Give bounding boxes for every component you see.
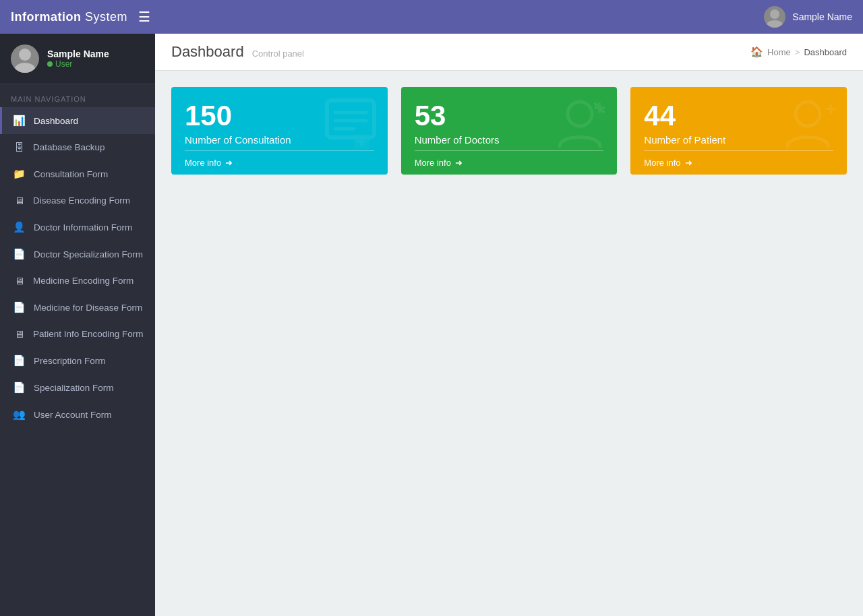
svg-point-0 xyxy=(770,9,779,19)
sidebar-item-prescription-form[interactable]: 📄 Prescription Form xyxy=(0,347,155,374)
sidebar-nav: 📊 Dashboard 🗄 Database Backup 📁 Consulta… xyxy=(0,107,155,428)
sidebar-item-icon-dashboard: 📊 xyxy=(13,115,26,127)
home-icon: 🏠 xyxy=(750,46,763,58)
card-icon-doctors xyxy=(549,94,610,157)
breadcrumb-separator: > xyxy=(795,47,800,57)
sidebar-item-medicine-for-disease-form[interactable]: 📄 Medicine for Disease Form xyxy=(0,294,155,321)
sidebar-avatar xyxy=(11,44,39,73)
navbar-avatar xyxy=(764,6,785,28)
role-status-dot xyxy=(47,61,53,67)
page-subtitle: Control panel xyxy=(252,49,304,59)
page-title: Dashboard xyxy=(171,43,244,61)
sidebar-item-icon-database-backup: 🗄 xyxy=(13,142,25,153)
more-info-text-doctors: More info xyxy=(415,158,451,168)
navbar-username: Sample Name xyxy=(792,11,852,22)
svg-point-11 xyxy=(568,102,592,126)
arrow-icon-doctors: ➜ xyxy=(455,158,463,168)
svg-point-2 xyxy=(19,49,31,61)
svg-point-15 xyxy=(796,102,820,126)
breadcrumb-current: Dashboard xyxy=(804,47,847,57)
app-brand: Information System xyxy=(11,10,127,24)
sidebar-item-label-consultation-form: Consultation Form xyxy=(34,169,108,179)
sidebar-item-label-doctor-information-form: Doctor Information Form xyxy=(34,222,132,233)
navbar-left: Information System ☰ xyxy=(11,9,150,25)
stat-card-doctors: 53 Number of Doctors More info ➜ xyxy=(401,87,618,175)
sidebar-user-info: Sample Name User xyxy=(47,49,109,69)
card-icon-patients: + xyxy=(779,94,840,157)
arrow-icon-consultations: ➜ xyxy=(225,158,233,168)
sidebar-item-patient-info-encoding-form[interactable]: 🖥 Patient Info Encoding Form xyxy=(0,321,155,347)
sidebar-section-label: MAIN NAVIGATION xyxy=(0,84,155,107)
sidebar-item-icon-doctor-specialization-form: 📄 xyxy=(13,248,26,260)
sidebar-item-icon-doctor-information-form: 👤 xyxy=(13,221,26,233)
hamburger-icon[interactable]: ☰ xyxy=(138,9,150,25)
content-header: Dashboard Control panel 🏠 Home > Dashboa… xyxy=(155,34,863,71)
stat-card-consultations: 150 Number of Consultation More info ➜ xyxy=(171,87,388,175)
sidebar-item-icon-specialization-form: 📄 xyxy=(13,381,26,394)
sidebar: Sample Name User MAIN NAVIGATION 📊 Dashb… xyxy=(0,34,155,616)
sidebar-item-icon-user-account-form: 👥 xyxy=(13,408,26,421)
sidebar-item-disease-encoding-form[interactable]: 🖥 Disease Encoding Form xyxy=(0,187,155,214)
sidebar-item-medicine-encoding-form[interactable]: 🖥 Medicine Encoding Form xyxy=(0,268,155,294)
navbar-right: Sample Name xyxy=(764,6,852,28)
sidebar-item-database-backup[interactable]: 🗄 Database Backup xyxy=(0,134,155,160)
navbar: Information System ☰ Sample Name xyxy=(0,0,863,34)
sidebar-item-label-prescription-form: Prescription Form xyxy=(34,356,106,366)
svg-point-3 xyxy=(15,63,35,73)
sidebar-item-icon-prescription-form: 📄 xyxy=(13,355,26,367)
svg-text:+: + xyxy=(825,98,836,119)
brand-light: System xyxy=(82,10,128,24)
sidebar-item-label-disease-encoding-form: Disease Encoding Form xyxy=(33,195,130,206)
sidebar-item-doctor-information-form[interactable]: 👤 Doctor Information Form xyxy=(0,214,155,241)
main-layout: Sample Name User MAIN NAVIGATION 📊 Dashb… xyxy=(0,34,863,616)
sidebar-item-label-dashboard: Dashboard xyxy=(34,116,78,126)
sidebar-item-user-account-form[interactable]: 👥 User Account Form xyxy=(0,401,155,428)
sidebar-user-role: User xyxy=(47,59,109,69)
sidebar-item-icon-medicine-encoding-form: 🖥 xyxy=(13,275,25,286)
sidebar-item-label-patient-info-encoding-form: Patient Info Encoding Form xyxy=(33,329,144,339)
breadcrumb-home[interactable]: Home xyxy=(767,47,791,57)
card-icon-consultations xyxy=(320,94,381,157)
main-content: Dashboard Control panel 🏠 Home > Dashboa… xyxy=(155,34,863,616)
svg-point-1 xyxy=(767,20,783,28)
sidebar-item-doctor-specialization-form[interactable]: 📄 Doctor Specialization Form xyxy=(0,241,155,268)
sidebar-item-dashboard[interactable]: 📊 Dashboard xyxy=(0,107,155,134)
sidebar-item-consultation-form[interactable]: 📁 Consultation Form xyxy=(0,160,155,187)
sidebar-item-label-medicine-for-disease-form: Medicine for Disease Form xyxy=(34,303,142,313)
sidebar-item-label-database-backup: Database Backup xyxy=(33,142,105,152)
breadcrumb: 🏠 Home > Dashboard xyxy=(750,46,847,58)
more-info-text-consultations: More info xyxy=(185,158,221,168)
sidebar-item-icon-medicine-for-disease-form: 📄 xyxy=(13,301,26,313)
sidebar-item-label-user-account-form: User Account Form xyxy=(34,410,112,420)
sidebar-item-icon-patient-info-encoding-form: 🖥 xyxy=(13,328,25,340)
sidebar-item-label-medicine-encoding-form: Medicine Encoding Form xyxy=(33,276,133,286)
arrow-icon-patients: ➜ xyxy=(685,158,692,168)
stat-card-patients: + 44 Number of Patient More info ➜ xyxy=(630,87,847,175)
sidebar-item-icon-disease-encoding-form: 🖥 xyxy=(13,195,25,206)
brand-bold: Information xyxy=(11,10,82,24)
sidebar-item-specialization-form[interactable]: 📄 Specialization Form xyxy=(0,374,155,401)
sidebar-user-profile: Sample Name User xyxy=(0,34,155,84)
stats-cards-area: 150 Number of Consultation More info ➜ 5… xyxy=(155,71,863,191)
sidebar-user-name: Sample Name xyxy=(47,49,109,59)
sidebar-item-icon-consultation-form: 📁 xyxy=(13,168,26,180)
sidebar-item-label-doctor-specialization-form: Doctor Specialization Form xyxy=(34,249,143,259)
content-header-left: Dashboard Control panel xyxy=(171,43,304,61)
sidebar-item-label-specialization-form: Specialization Form xyxy=(34,383,114,393)
more-info-text-patients: More info xyxy=(644,158,680,168)
